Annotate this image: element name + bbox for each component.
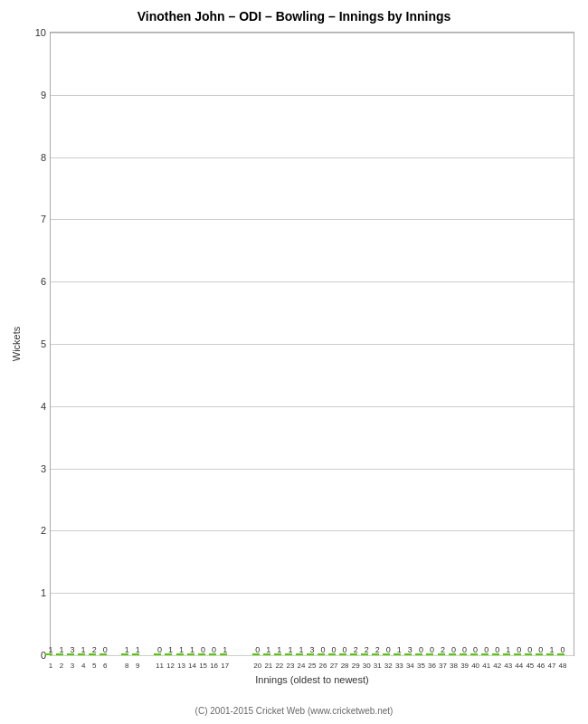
y-axis-title: Wickets (11, 327, 22, 362)
x-tick-48: 48 (559, 662, 567, 670)
x-tick-42: 42 (493, 662, 501, 670)
y-tick-label-0: 0 (41, 650, 46, 661)
bar-top-label-30: 2 (365, 645, 369, 654)
grid-line-10 (51, 33, 574, 33)
bar-top-label-31: 2 (375, 645, 380, 654)
x-tick-33: 33 (395, 662, 403, 670)
bar-top-label-21: 1 (266, 645, 270, 654)
grid-line-0 (51, 655, 574, 656)
bar-top-label-28: 0 (343, 645, 347, 654)
x-tick-11: 11 (156, 662, 164, 670)
y-tick-label-2: 2 (41, 525, 46, 536)
x-tick-17: 17 (221, 662, 229, 670)
bar-top-label-32: 0 (386, 645, 391, 654)
bar-top-label-6: 0 (103, 645, 108, 654)
chart-container: Vinothen John – ODI – Bowling – Innings … (0, 0, 588, 724)
bar-top-label-5: 2 (92, 645, 97, 654)
x-tick-6: 6 (103, 662, 107, 670)
grid-line-7 (51, 219, 574, 220)
bar-top-label-3: 3 (71, 645, 75, 654)
grid-line-3 (51, 469, 574, 470)
y-tick-label-1: 1 (41, 587, 46, 598)
bar-top-label-35: 0 (419, 645, 423, 654)
x-tick-37: 37 (439, 662, 447, 670)
x-tick-43: 43 (504, 662, 512, 670)
bar-top-label-26: 0 (321, 645, 326, 654)
x-tick-16: 16 (210, 662, 218, 670)
footer-text: (C) 2001-2015 Cricket Web (www.cricketwe… (195, 706, 394, 716)
bar-top-label-33: 1 (397, 645, 402, 654)
bar-top-label-13: 1 (179, 645, 184, 654)
x-tick-41: 41 (482, 662, 490, 670)
x-tick-38: 38 (450, 662, 458, 670)
x-tick-22: 22 (275, 662, 283, 670)
grid-line-8 (51, 157, 574, 158)
bar-top-label-46: 0 (538, 645, 543, 654)
x-tick-36: 36 (428, 662, 436, 670)
bar-top-label-43: 1 (506, 645, 510, 654)
x-tick-20: 20 (253, 662, 261, 670)
chart-area: 0123456789101112331425061819011112113114… (50, 32, 574, 656)
bar-top-label-44: 0 (517, 645, 521, 654)
bar-top-label-39: 0 (462, 645, 467, 654)
bar-top-label-4: 1 (81, 645, 86, 654)
bar-top-label-38: 0 (451, 645, 456, 654)
bar-top-label-24: 1 (299, 645, 303, 654)
x-tick-12: 12 (166, 662, 175, 670)
bar-top-label-11: 0 (157, 645, 162, 654)
bar-top-label-34: 3 (408, 645, 413, 654)
y-tick-label-10: 10 (35, 27, 46, 38)
x-tick-47: 47 (547, 662, 555, 670)
x-tick-44: 44 (515, 662, 523, 670)
grid-line-4 (51, 406, 574, 407)
x-tick-15: 15 (199, 662, 207, 670)
chart-title: Vinothen John – ODI – Bowling – Innings … (0, 0, 588, 28)
bar-top-label-48: 0 (560, 645, 564, 654)
x-tick-3: 3 (71, 662, 74, 670)
bar-top-label-1: 1 (48, 645, 52, 654)
bar-top-label-14: 1 (190, 645, 194, 654)
x-tick-23: 23 (286, 662, 294, 670)
bar-top-label-47: 1 (549, 645, 554, 654)
bar-top-label-29: 2 (354, 645, 358, 654)
x-tick-45: 45 (526, 662, 534, 670)
bar-top-label-16: 0 (212, 645, 216, 654)
grid-line-1 (51, 593, 574, 594)
x-tick-24: 24 (298, 662, 306, 670)
bar-top-label-15: 0 (201, 645, 205, 654)
bar-top-label-37: 2 (441, 645, 445, 654)
bar-top-label-12: 1 (168, 645, 173, 654)
x-tick-21: 21 (264, 662, 272, 670)
grid-line-6 (51, 281, 574, 282)
y-tick-label-7: 7 (41, 214, 46, 224)
y-tick-label-5: 5 (41, 338, 46, 349)
bar-top-label-27: 0 (332, 645, 337, 654)
bar-top-label-8: 1 (125, 645, 129, 654)
x-tick-28: 28 (341, 662, 349, 670)
y-tick-label-3: 3 (41, 463, 46, 474)
bar-top-label-45: 0 (527, 645, 532, 654)
bar-top-label-41: 0 (484, 645, 488, 654)
x-tick-8: 8 (125, 662, 128, 670)
bar-top-label-36: 0 (430, 645, 434, 654)
x-tick-27: 27 (330, 662, 338, 670)
x-tick-46: 46 (536, 662, 545, 670)
bar-top-label-2: 1 (60, 645, 64, 654)
grid-line-2 (51, 530, 574, 531)
bar-top-label-25: 3 (309, 645, 314, 654)
x-tick-40: 40 (471, 662, 479, 670)
bar-top-label-20: 0 (255, 645, 260, 654)
x-axis-title: Innings (oldest to newest) (255, 674, 368, 685)
bar-top-label-42: 0 (495, 645, 499, 654)
y-tick-label-9: 9 (41, 90, 46, 100)
x-tick-30: 30 (363, 662, 371, 670)
x-tick-4: 4 (81, 662, 85, 670)
bar-top-label-9: 1 (136, 645, 140, 654)
x-tick-5: 5 (92, 662, 96, 670)
x-tick-2: 2 (60, 662, 63, 670)
x-tick-29: 29 (352, 662, 360, 670)
bar-top-label-22: 1 (277, 645, 281, 654)
x-tick-39: 39 (460, 662, 469, 670)
bar-top-label-23: 1 (288, 645, 292, 654)
x-tick-31: 31 (374, 662, 382, 670)
